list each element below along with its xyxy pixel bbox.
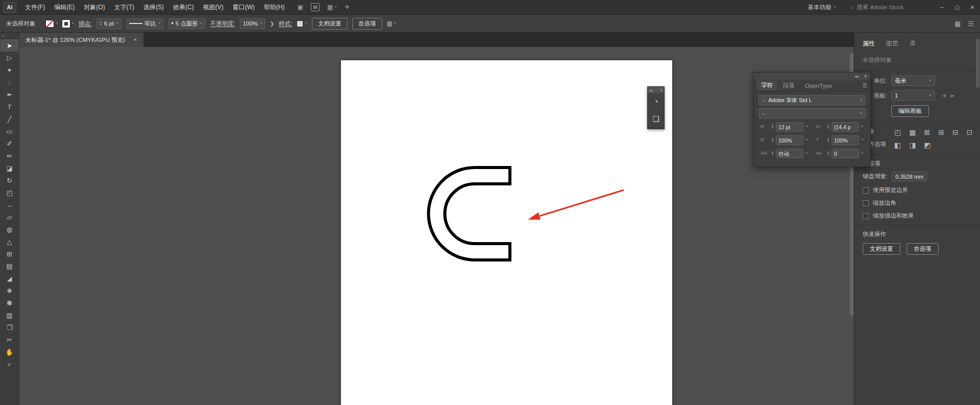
menu-item[interactable]: 编辑(E) xyxy=(50,0,79,15)
horizontal-scale-control[interactable]: T ▲ ▼ 100% ˅ xyxy=(814,135,866,145)
selection-tool[interactable]: ➤ xyxy=(1,39,19,52)
shape-builder-tool[interactable]: ◍ xyxy=(1,223,19,235)
hand-tool[interactable]: ✋ xyxy=(1,346,19,358)
minimize-button[interactable]: ─ xyxy=(934,0,949,15)
tracking-control[interactable]: VA ▲ ▼ 0 ˅ xyxy=(814,148,866,158)
dock-panel-icon[interactable]: ❏ xyxy=(648,110,664,128)
kerning-control[interactable]: V/A ▲ ▼ 自动 ˅ xyxy=(758,148,810,158)
stroke-weight-label[interactable]: 描边: xyxy=(79,20,92,28)
dock-panel-icon[interactable]: ◔ xyxy=(648,93,664,110)
preference-checkbox-row[interactable]: 使用预览边界 xyxy=(863,186,972,194)
tab-libraries[interactable]: 库 xyxy=(910,39,916,48)
maximize-button[interactable]: ▢ xyxy=(949,0,965,15)
close-dock-icon[interactable]: ✕ xyxy=(660,88,663,92)
stroke-color-control[interactable]: ˅ xyxy=(62,20,74,28)
artboard-dropdown[interactable]: 1 ˅ xyxy=(891,90,935,101)
brush-definition-dropdown[interactable]: • 5 点圆形 ˅ xyxy=(168,18,206,29)
zoom-tool[interactable]: ⌕ xyxy=(1,358,19,370)
quick-action-button[interactable]: 首选项 xyxy=(906,243,939,255)
prev-artboard-icon[interactable]: ◀ xyxy=(942,93,946,98)
fill-color-control[interactable]: ˅ xyxy=(45,20,58,28)
close-tab-icon[interactable]: ✕ xyxy=(133,37,137,42)
grid-option-icon[interactable]: ⊡ xyxy=(967,128,973,136)
width-profile-dropdown[interactable]: 等比 ˅ xyxy=(126,18,164,29)
menu-item[interactable]: 文字(T) xyxy=(110,0,139,15)
document-tab[interactable]: 未标题-1* @ 126% (CMYK/GPU 预览) ✕ xyxy=(19,33,143,47)
kerning-value[interactable]: 自动 xyxy=(776,149,803,158)
grid-option-icon[interactable]: ▦ xyxy=(909,128,916,136)
align-option-icon[interactable]: ◨ xyxy=(909,141,916,149)
stroke-weight-field[interactable]: ▲ ▼ 6 pt ˅ xyxy=(96,18,121,29)
arrange-icon[interactable]: ▦ xyxy=(954,20,961,28)
leading-value[interactable]: (14.4 p xyxy=(831,122,859,132)
mesh-tool[interactable]: ⊞ xyxy=(1,248,19,260)
checkbox[interactable] xyxy=(863,187,869,194)
gpu-performance-icon[interactable]: ✈ xyxy=(345,4,350,11)
tracking-value[interactable]: 0 xyxy=(831,149,859,158)
artboard-tool[interactable]: ❐ xyxy=(1,321,19,333)
menu-item[interactable]: 选择(S) xyxy=(139,0,168,15)
rectangle-tool[interactable]: ▭ xyxy=(1,125,19,137)
stepper[interactable]: ▲ ▼ xyxy=(827,124,829,129)
font-size-value[interactable]: 12 pt xyxy=(776,122,803,132)
blend-tool[interactable]: ❖ xyxy=(1,284,19,297)
checkbox[interactable] xyxy=(863,200,869,206)
keyboard-increment-field[interactable]: 0.3528 mm xyxy=(892,172,927,181)
rotate-tool[interactable]: ↻ xyxy=(1,174,19,186)
unit-dropdown[interactable]: 毫米 ˅ xyxy=(891,76,935,86)
leading-control[interactable]: tA ▲ ▼ (14.4 p ˅ xyxy=(814,122,866,132)
column-graph-tool[interactable]: ▥ xyxy=(1,309,19,321)
type-tool[interactable]: T xyxy=(1,101,19,113)
vertical-scale-value[interactable]: 100% xyxy=(776,135,803,145)
pen-tool[interactable]: ✒ xyxy=(1,88,19,101)
font-family-field[interactable]: ⌕ Adobe 宋体 Std L ˅ xyxy=(758,95,866,105)
vertical-scale-control[interactable]: IT ▲ ▼ 100% ˅ xyxy=(758,135,810,145)
checkbox[interactable] xyxy=(863,213,869,219)
eyedropper-tool[interactable]: ◢ xyxy=(1,272,19,284)
stepper[interactable]: ▲ ▼ xyxy=(100,21,102,26)
edit-artboard-button[interactable]: 编辑画板 xyxy=(891,105,929,117)
menu-item[interactable]: 窗口(W) xyxy=(228,0,259,15)
close-panel-icon[interactable]: ✕ xyxy=(864,74,867,79)
free-transform-tool[interactable]: ▱ xyxy=(1,211,19,223)
style-label[interactable]: 样式: xyxy=(279,20,292,28)
tab-paragraph[interactable]: 段落 xyxy=(779,81,799,90)
stepper[interactable]: ▲ ▼ xyxy=(771,151,774,156)
stepper[interactable]: ▲ ▼ xyxy=(827,137,829,142)
grid-option-icon[interactable]: ⊠ xyxy=(924,128,930,136)
panel-scrollbar-thumb[interactable] xyxy=(976,39,979,88)
symbol-sprayer-tool[interactable]: ✽ xyxy=(1,297,19,309)
tab-opentype[interactable]: OpenType xyxy=(801,82,836,90)
menu-item[interactable]: 视图(V) xyxy=(199,0,228,15)
menu-item[interactable]: 帮助(H) xyxy=(259,0,289,15)
align-dropdown[interactable]: ▦ ˅ xyxy=(387,20,397,27)
tab-properties[interactable]: 属性 xyxy=(863,39,875,48)
opacity-field[interactable]: 100% ˅ xyxy=(240,18,265,29)
toolbar-collapse-icon[interactable]: » xyxy=(0,33,19,39)
pencil-tool[interactable]: ✏ xyxy=(1,150,19,162)
arrange-documents-button[interactable]: ▦ ˅ xyxy=(327,4,337,11)
preference-checkbox-row[interactable]: 缩放描边和效果 xyxy=(863,212,972,220)
adobe-stock-icon[interactable]: St xyxy=(311,3,320,11)
lasso-tool[interactable]: ◌ xyxy=(1,76,19,88)
transparency-panel-launcher-icon[interactable]: ❯ xyxy=(270,21,274,27)
tab-character[interactable]: 字符 xyxy=(757,81,777,90)
line-segment-tool[interactable]: ╱ xyxy=(1,113,19,125)
magic-wand-tool[interactable]: ✦ xyxy=(1,64,19,76)
menu-item[interactable]: 对象(O) xyxy=(79,0,109,15)
stepper[interactable]: ▲ ▼ xyxy=(771,137,774,142)
gradient-tool[interactable]: ▤ xyxy=(1,260,19,272)
next-artboard-icon[interactable]: ▶ xyxy=(951,93,954,98)
direct-selection-tool[interactable]: ▷ xyxy=(1,52,19,64)
close-button[interactable]: ✕ xyxy=(965,0,980,15)
stepper[interactable]: ▲ ▼ xyxy=(827,151,829,156)
app-grid-icon[interactable]: ▣ xyxy=(298,4,303,11)
workspace-switcher[interactable]: 基本功能 ˅ xyxy=(807,4,836,11)
opacity-label[interactable]: 不透明度: xyxy=(210,20,235,28)
collapse-panel-icon[interactable]: ◂◂ xyxy=(854,74,859,79)
panel-menu-icon[interactable]: ☰ xyxy=(968,20,974,28)
grid-option-icon[interactable]: ⊟ xyxy=(952,128,959,136)
graphic-style-dropdown[interactable]: ˅ xyxy=(297,20,307,27)
font-size-control[interactable]: tT ▲ ▼ 12 pt ˅ xyxy=(758,122,810,132)
panel-menu-icon[interactable]: ☰ xyxy=(862,82,867,89)
